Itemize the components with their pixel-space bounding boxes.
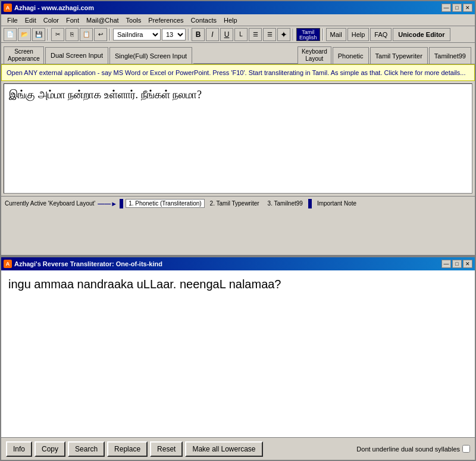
second-close-button[interactable]: ✕ (463, 260, 472, 268)
second-window-title: Azhagi's Reverse Transliterator: One-of-… (14, 260, 162, 267)
checkbox-label: Dont underline dual sound syllables (356, 446, 460, 453)
tamil-english-toggle[interactable]: TamilEnglish (296, 28, 320, 41)
make-lowercase-button[interactable]: Make all Lowercase (185, 441, 262, 457)
info-bar-text: Open ANY external application - say MS W… (7, 69, 465, 76)
maximize-button[interactable]: □ (452, 4, 462, 12)
main-window: A Azhagi - www.azhagi.com — □ ✕ File Edi… (0, 0, 476, 256)
faq-button[interactable]: FAQ (370, 28, 392, 41)
font-select[interactable]: SaiIndira (113, 29, 161, 41)
tab-dual-screen[interactable]: Dual Screen Input (45, 47, 108, 64)
second-title-buttons: — □ ✕ (441, 260, 472, 268)
info-button[interactable]: Info (6, 441, 32, 457)
tab-single-screen[interactable]: Single(Full) Screen Input (109, 47, 192, 64)
tab-tamil-typewriter[interactable]: Tamil Typewriter (370, 47, 428, 64)
second-app-icon: A (4, 260, 12, 268)
search-button[interactable]: Search (68, 441, 105, 457)
second-title-bar: A Azhagi's Reverse Transliterator: One-o… (1, 257, 475, 270)
align-r-button[interactable]: ☰ (263, 28, 276, 41)
menu-color[interactable]: Color (40, 15, 62, 25)
save-button[interactable]: 💾 (32, 28, 45, 41)
main-text-area[interactable]: இங்கு அம்மா நன்றாக உள்ளார். நீங்கள் நலமா… (4, 83, 472, 194)
copy-button[interactable]: ⎘ (65, 28, 79, 41)
status-arrow: ——► (98, 200, 117, 207)
menu-contacts[interactable]: Contacts (187, 15, 220, 25)
toolbar-sep-3 (188, 29, 189, 41)
size-select[interactable]: 13 (162, 29, 186, 41)
menu-file[interactable]: File (4, 15, 21, 25)
close-button[interactable]: ✕ (463, 4, 472, 12)
new-button[interactable]: 📄 (4, 28, 17, 41)
menu-tools[interactable]: Tools (123, 15, 145, 25)
toolbar-sep-4 (293, 29, 294, 41)
tab-phonetic[interactable]: Phonetic (333, 47, 369, 64)
bold-button[interactable]: B (192, 28, 205, 41)
menu-font[interactable]: Font (62, 15, 83, 25)
toolbar-sep-1 (48, 29, 49, 41)
status-bar: Currently Active 'Keyboard Layout' ——► 1… (1, 196, 475, 210)
open-button[interactable]: 📂 (18, 28, 31, 41)
tab-spacer (193, 63, 298, 64)
status-tab-tamilnet99[interactable]: 3. Tamilnet99 (265, 199, 306, 208)
special-char-button[interactable]: ✦ (277, 28, 290, 41)
menu-edit[interactable]: Edit (21, 15, 40, 25)
tab-tamilnet99[interactable]: Tamilnet99 (429, 47, 471, 64)
second-maximize-button[interactable]: □ (452, 260, 462, 268)
tab-keyboard-layout[interactable]: KeyboardLayout (298, 46, 331, 64)
tab-bar: ScreenAppearance Dual Screen Input Singl… (1, 43, 475, 64)
menu-help[interactable]: Help (220, 15, 241, 25)
main-title-bar: A Azhagi - www.azhagi.com — □ ✕ (1, 1, 475, 14)
status-tab-phonetic[interactable]: 1. Phonetic (Transliteration) (126, 199, 204, 208)
second-content-area[interactable]: ingu ammaa nandraaka uLLaar. neengaL nal… (1, 270, 475, 437)
second-content-text: ingu ammaa nandraaka uLLaar. neengaL nal… (8, 278, 281, 291)
reset-button[interactable]: Reset (150, 441, 183, 457)
bottom-toolbar: Info Copy Search Replace Reset Make all … (1, 437, 475, 460)
tab-screen-appearance[interactable]: ScreenAppearance (4, 46, 44, 64)
help-button[interactable]: Help (347, 28, 369, 41)
status-divider-1 (120, 199, 123, 208)
italic-button[interactable]: I (206, 28, 219, 41)
paste-button[interactable]: 📋 (80, 28, 93, 41)
underline-button[interactable]: U (220, 28, 233, 41)
unicode-editor-button[interactable]: Unicode Editor (393, 28, 450, 41)
main-window-title: Azhagi - www.azhagi.com (14, 4, 94, 11)
copy-bottom-button[interactable]: Copy (35, 441, 65, 457)
menu-bar: File Edit Color Font Mail@Chat Tools Pre… (1, 14, 475, 26)
toolbar: 📄 📂 💾 ✂ ⎘ 📋 ↩ SaiIndira 13 B I U L ☰ ☰ ✦… (1, 26, 475, 43)
app-icon: A (4, 4, 12, 12)
status-divider-2 (308, 199, 312, 208)
menu-mail-chat[interactable]: Mail@Chat (83, 15, 123, 25)
status-tab-typewriter[interactable]: 2. Tamil Typewriter (207, 199, 262, 208)
status-tab-important[interactable]: Important Note (314, 199, 359, 208)
mail-button[interactable]: Mail (326, 28, 346, 41)
second-window: A Azhagi's Reverse Transliterator: One-o… (0, 256, 476, 461)
menu-preferences[interactable]: Preferences (145, 15, 187, 25)
title-bar-left: A Azhagi - www.azhagi.com (4, 4, 94, 12)
main-content-text: இங்கு அம்மா நன்றாக உள்ளார். நீங்கள் நலமா… (9, 89, 202, 101)
info-bar[interactable]: Open ANY external application - say MS W… (1, 64, 475, 81)
cut-button[interactable]: ✂ (51, 28, 64, 41)
undo-button[interactable]: ↩ (94, 28, 107, 41)
checkbox-area: Dont underline dual sound syllables (356, 445, 470, 453)
toolbar-sep-2 (109, 29, 111, 41)
align-c-button[interactable]: ☰ (249, 28, 262, 41)
title-buttons: — □ ✕ (441, 4, 472, 12)
replace-button[interactable]: Replace (107, 441, 148, 457)
minimize-button[interactable]: — (441, 4, 451, 12)
toolbar-sep-5 (322, 29, 324, 41)
align-l-button[interactable]: L (234, 28, 248, 41)
active-layout-label: Currently Active 'Keyboard Layout' (5, 200, 95, 207)
dual-sound-checkbox[interactable] (462, 445, 470, 453)
second-title-left: A Azhagi's Reverse Transliterator: One-o… (4, 260, 162, 268)
second-minimize-button[interactable]: — (441, 260, 451, 268)
